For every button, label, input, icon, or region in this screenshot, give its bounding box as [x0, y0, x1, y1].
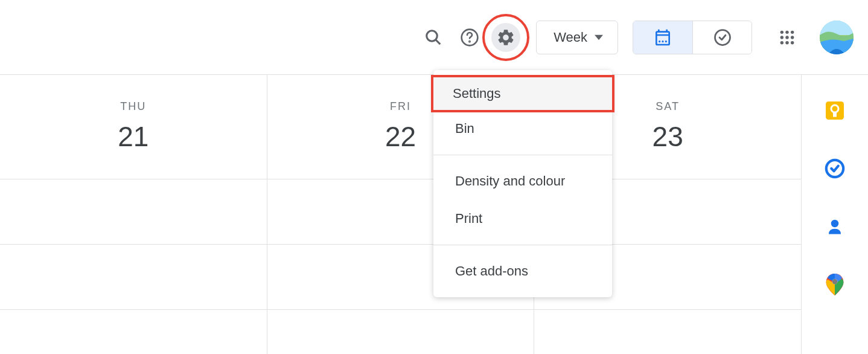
svg-point-10	[791, 30, 794, 33]
menu-item-get-addons[interactable]: Get add-ons	[433, 253, 612, 290]
menu-item-label: Settings	[453, 86, 501, 101]
svg-point-4	[659, 40, 660, 42]
gear-icon	[496, 28, 515, 47]
keep-button[interactable]	[823, 99, 846, 122]
app-header: Week	[0, 0, 868, 75]
svg-point-14	[780, 40, 783, 43]
svg-point-11	[780, 36, 783, 39]
calendar-view-button[interactable]	[633, 21, 692, 54]
view-mode-toggle	[633, 21, 752, 54]
menu-item-label: Density and colour	[455, 173, 565, 188]
svg-point-9	[785, 30, 788, 33]
svg-point-22	[831, 220, 839, 228]
menu-item-label: Bin	[455, 121, 474, 136]
maps-button[interactable]	[823, 273, 846, 296]
svg-point-3	[469, 41, 470, 42]
menu-item-settings[interactable]: Settings	[431, 75, 614, 112]
search-button[interactable]	[419, 23, 448, 52]
calendar-grid: THU 21 FRI 22 SAT 23	[0, 75, 802, 354]
svg-point-8	[780, 30, 783, 33]
avatar-image	[820, 21, 854, 54]
day-name: THU	[0, 100, 267, 113]
svg-point-7	[715, 30, 730, 45]
google-apps-button[interactable]	[773, 23, 802, 52]
keep-icon	[824, 100, 846, 121]
search-icon	[424, 28, 442, 47]
settings-dropdown-menu: Settings Bin Density and colour Print Ge…	[433, 70, 612, 297]
tasks-button[interactable]	[823, 157, 846, 180]
contacts-button[interactable]	[823, 215, 846, 238]
svg-point-6	[665, 40, 667, 42]
contacts-icon	[826, 217, 844, 236]
tasks-icon	[825, 158, 845, 179]
calendar-icon	[653, 28, 672, 47]
menu-item-label: Get add-ons	[455, 263, 528, 278]
view-selector[interactable]: Week	[536, 21, 618, 54]
help-button[interactable]	[455, 23, 484, 52]
svg-point-13	[791, 36, 794, 39]
svg-point-12	[785, 36, 788, 39]
account-avatar[interactable]	[820, 21, 854, 54]
menu-item-bin[interactable]: Bin	[433, 110, 612, 147]
svg-point-0	[427, 30, 438, 41]
settings-button[interactable]	[491, 23, 520, 52]
menu-item-label: Print	[455, 211, 482, 226]
svg-point-15	[785, 40, 788, 43]
svg-point-24	[832, 279, 837, 284]
svg-rect-20	[833, 112, 837, 117]
svg-point-16	[791, 40, 794, 43]
apps-grid-icon	[779, 30, 795, 45]
menu-divider	[433, 155, 612, 155]
day-column-thu[interactable]: THU 21	[0, 75, 267, 354]
chevron-down-icon	[595, 33, 603, 42]
day-header: THU 21	[0, 75, 267, 153]
svg-line-1	[436, 39, 441, 44]
maps-pin-icon	[826, 274, 844, 295]
menu-item-print[interactable]: Print	[433, 200, 612, 237]
view-selector-label: Week	[554, 30, 587, 45]
check-circle-icon	[713, 28, 732, 47]
svg-point-5	[662, 40, 663, 42]
menu-item-density-colour[interactable]: Density and colour	[433, 163, 612, 200]
side-panel	[802, 75, 868, 354]
day-number[interactable]: 21	[0, 120, 267, 153]
menu-divider	[433, 245, 612, 245]
help-icon	[460, 28, 479, 47]
tasks-view-button[interactable]	[692, 21, 752, 54]
